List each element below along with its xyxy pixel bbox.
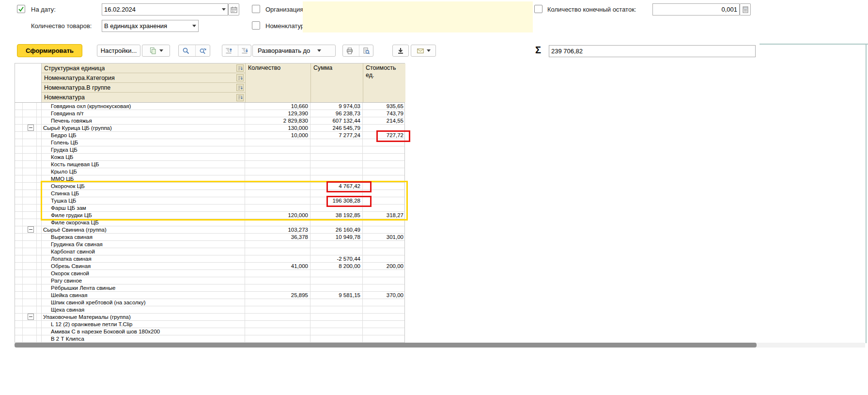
cell-unit-cost[interactable]: 935,65 xyxy=(363,103,405,110)
sort-button[interactable] xyxy=(236,64,244,72)
cell-nomenclature[interactable]: Сырьё Свинина (группа) xyxy=(42,226,245,233)
cell-unit-cost[interactable] xyxy=(363,190,405,197)
report-variant-button[interactable] xyxy=(142,45,170,57)
cell-sum[interactable]: 38 192,85 xyxy=(310,212,363,219)
cell-nomenclature[interactable]: Карбонат свиной xyxy=(42,248,245,255)
cell-sum[interactable]: -2 570,44 xyxy=(310,255,363,262)
cell-nomenclature[interactable]: В 2 Т Клипса xyxy=(42,335,245,342)
header-nomenclature-category[interactable]: Номенклатура.Категория xyxy=(42,73,245,83)
cell-quantity[interactable] xyxy=(245,154,310,160)
on-date-dropdown-button[interactable] xyxy=(219,4,228,15)
cell-unit-cost[interactable]: 727,72 xyxy=(363,132,405,139)
cell-sum[interactable]: 96 238,73 xyxy=(310,110,363,117)
cell-nomenclature[interactable]: Печень говяжья xyxy=(42,117,245,124)
cell-sum[interactable]: 10 949,78 xyxy=(310,234,363,240)
cell-quantity[interactable] xyxy=(245,146,310,153)
cell-unit-cost[interactable] xyxy=(363,328,405,335)
cell-quantity[interactable] xyxy=(245,161,310,168)
cell-quantity[interactable] xyxy=(245,314,310,320)
cell-quantity[interactable] xyxy=(245,255,310,262)
header-quantity[interactable]: Количество xyxy=(245,63,310,102)
cell-quantity[interactable]: 129,390 xyxy=(245,110,310,117)
settings-button[interactable]: Настройки... xyxy=(97,45,140,57)
cell-quantity[interactable]: 120,000 xyxy=(245,212,310,219)
cell-sum[interactable] xyxy=(310,306,363,313)
cell-sum[interactable] xyxy=(310,139,363,146)
cell-nomenclature[interactable]: Кость пищевая ЦБ xyxy=(42,161,245,168)
cell-nomenclature[interactable]: ММО ЦБ xyxy=(42,175,245,182)
cell-sum[interactable]: 9 974,03 xyxy=(310,103,363,110)
goods-quantity-dropdown-button[interactable] xyxy=(190,20,198,32)
cell-nomenclature[interactable]: Грудка ЦБ xyxy=(42,146,245,153)
cell-sum[interactable] xyxy=(310,241,363,248)
cell-nomenclature[interactable]: Шпик свиной хребтовой (на засолку) xyxy=(42,299,245,306)
cell-nomenclature[interactable]: Обрезь Свиная xyxy=(42,263,245,269)
collapse-groups-button[interactable] xyxy=(222,45,235,56)
cell-sum[interactable] xyxy=(310,219,363,226)
cell-nomenclature[interactable]: Окорочок ЦБ xyxy=(42,183,245,190)
goods-quantity-input[interactable] xyxy=(102,20,190,32)
cell-quantity[interactable]: 36,378 xyxy=(245,234,310,240)
cell-sum[interactable]: 26 160,49 xyxy=(310,226,363,233)
cell-sum[interactable]: 4 767,42 xyxy=(310,183,363,190)
cell-sum[interactable] xyxy=(310,248,363,255)
organization-checkbox[interactable] xyxy=(252,5,260,13)
cell-quantity[interactable] xyxy=(245,335,310,342)
cell-sum[interactable] xyxy=(310,328,363,335)
header-nomenclature[interactable]: Номенклатура xyxy=(42,93,245,102)
cell-nomenclature[interactable]: Грудинка б\к свиная xyxy=(42,241,245,248)
organization-input[interactable] xyxy=(303,1,533,17)
cell-unit-cost[interactable]: 200,00 xyxy=(363,263,405,269)
on-date-input[interactable] xyxy=(102,4,219,15)
cancel-search-button[interactable] xyxy=(195,45,210,56)
cell-quantity[interactable]: 25,895 xyxy=(245,292,310,299)
cell-unit-cost[interactable]: 370,00 xyxy=(363,292,405,299)
cell-unit-cost[interactable] xyxy=(363,248,405,255)
cell-nomenclature[interactable]: Спинка ЦБ xyxy=(42,190,245,197)
cell-sum[interactable] xyxy=(310,284,363,291)
cell-unit-cost[interactable] xyxy=(363,175,405,182)
cell-unit-cost[interactable] xyxy=(363,154,405,160)
expand-to-button[interactable]: Разворачивать до xyxy=(252,45,336,57)
cell-quantity[interactable] xyxy=(245,277,310,284)
horizontal-scrollbar-thumb[interactable] xyxy=(15,343,757,348)
cell-unit-cost[interactable] xyxy=(363,306,405,313)
find-button[interactable] xyxy=(179,45,193,56)
print-button[interactable] xyxy=(343,45,356,56)
cell-nomenclature[interactable]: Вырезка свиная xyxy=(42,234,245,240)
cell-unit-cost[interactable] xyxy=(363,205,405,211)
cell-quantity[interactable] xyxy=(245,321,310,328)
cell-sum[interactable] xyxy=(310,154,363,160)
cell-sum[interactable]: 246 545,79 xyxy=(310,125,363,131)
header-sum[interactable]: Сумма xyxy=(310,63,363,102)
cell-unit-cost[interactable] xyxy=(363,125,405,131)
cell-quantity[interactable] xyxy=(245,241,310,248)
cell-nomenclature[interactable]: Сырьё Курица ЦБ (группа) xyxy=(42,125,245,131)
cell-nomenclature[interactable]: L 12 (2) оранжевые петли T.Clip xyxy=(42,321,245,328)
cell-sum[interactable]: 9 581,15 xyxy=(310,292,363,299)
cell-nomenclature[interactable]: Филе грудки ЦБ xyxy=(42,212,245,219)
cell-nomenclature[interactable]: Говядина охл (крупнокусковая) xyxy=(42,103,245,110)
cell-quantity[interactable] xyxy=(245,248,310,255)
cell-quantity[interactable] xyxy=(245,183,310,190)
cell-sum[interactable]: 607 132,44 xyxy=(310,117,363,124)
header-nomenclature-in-group[interactable]: Номенклатура.В группе xyxy=(42,83,245,93)
cell-unit-cost[interactable] xyxy=(363,161,405,168)
cell-unit-cost[interactable] xyxy=(363,255,405,262)
header-structural-unit[interactable]: Структурная единица xyxy=(42,63,245,73)
cell-sum[interactable]: 7 277,24 xyxy=(310,132,363,139)
cell-nomenclature[interactable]: Тушка ЦБ xyxy=(42,197,245,204)
cell-unit-cost[interactable] xyxy=(363,270,405,277)
cell-unit-cost[interactable] xyxy=(363,277,405,284)
on-date-checkbox[interactable] xyxy=(17,5,25,13)
horizontal-scrollbar-track[interactable] xyxy=(15,343,865,348)
sort-button[interactable] xyxy=(236,84,244,91)
cell-unit-cost[interactable]: 214,55 xyxy=(363,117,405,124)
cell-nomenclature[interactable]: Крыло ЦБ xyxy=(42,168,245,175)
cell-nomenclature[interactable]: Упаковочные Материалы (группа) xyxy=(42,314,245,320)
cell-nomenclature[interactable]: Рагу свиное xyxy=(42,277,245,284)
cell-nomenclature[interactable]: Лопатка свиная xyxy=(42,255,245,262)
total-sum-input[interactable] xyxy=(549,46,755,57)
cell-nomenclature[interactable]: Голень ЦБ xyxy=(42,139,245,146)
cell-quantity[interactable] xyxy=(245,190,310,197)
